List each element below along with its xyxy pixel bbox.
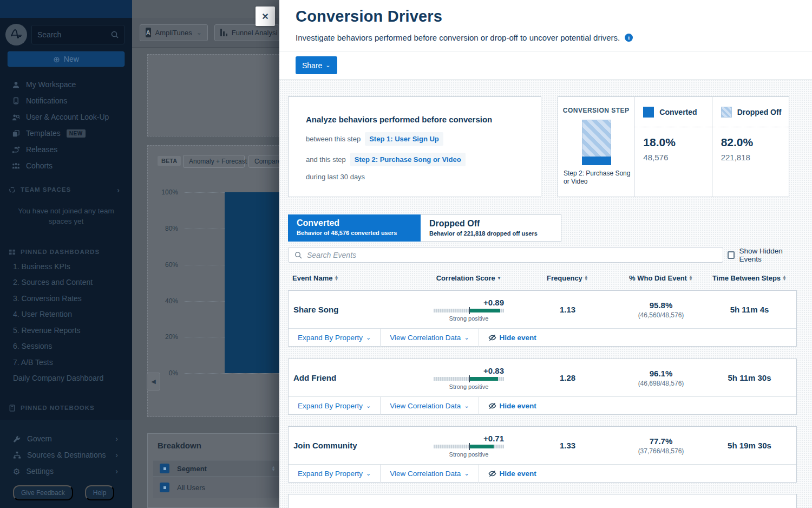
sidebar-item-settings[interactable]: ⚙ Settings ›: [0, 463, 132, 479]
give-feedback-button[interactable]: Give Feedback: [13, 485, 73, 500]
conversion-step-bar: [582, 120, 611, 165]
sidebar-item-sources-destinations[interactable]: Sources & Destinations ›: [0, 447, 132, 463]
sidebar-item-label: Cohorts: [26, 161, 53, 170]
breakdown-header-row: Segment ▴▾: [153, 460, 280, 477]
sort-icon: ▴▾: [585, 275, 587, 281]
amplitude-logo[interactable]: [5, 24, 27, 45]
dropped-swatch-icon: [721, 107, 732, 118]
search-events-placeholder: Search Events: [307, 251, 356, 259]
header-correlation-score[interactable]: Correlation Score▾: [422, 274, 514, 282]
tab-converted[interactable]: Converted Behavior of 48,576 converted u…: [288, 214, 421, 242]
hide-event-button[interactable]: Hide event: [479, 465, 546, 483]
team-spaces-header[interactable]: TEAM SPACES ›: [0, 183, 132, 196]
sidebar-item-sources-and-content[interactable]: 2. Sources and Content: [0, 275, 132, 291]
and-step-label: and this step: [306, 155, 346, 164]
breakdown-row-all-users[interactable]: All Users: [153, 477, 280, 498]
sidebar-item-user-retention[interactable]: 4. User Retention: [0, 307, 132, 323]
hide-event-button[interactable]: Hide event: [479, 397, 546, 415]
templates-icon: [12, 129, 20, 138]
converted-count: 48,576: [643, 153, 668, 162]
sidebar-item-cohorts[interactable]: Cohorts: [0, 158, 132, 174]
expand-by-property-button[interactable]: Expand By Property⌄: [289, 329, 380, 347]
view-correlation-data-button[interactable]: View Correlation Data⌄: [380, 397, 478, 415]
sidebar-item-govern[interactable]: Govern ›: [0, 431, 132, 447]
share-button-label: Share: [302, 61, 322, 70]
sidebar-item-daily-company-dashboard[interactable]: Daily Company Dashboard: [0, 370, 132, 387]
chevron-down-icon: ⌄: [464, 470, 469, 477]
sidebar-item-conversion-rates[interactable]: 3. Conversion Rates: [0, 290, 132, 307]
sidebar-item-user-account-lookup[interactable]: User & Account Look-Up: [0, 109, 132, 125]
checkbox-icon[interactable]: [728, 251, 735, 259]
pinned-dashboards-label: PINNED DASHBOARDS: [21, 249, 100, 255]
close-icon: ✕: [261, 11, 269, 22]
close-modal-button[interactable]: ✕: [256, 6, 275, 26]
sidebar-item-sessions[interactable]: 6. Sessions: [0, 338, 132, 355]
show-hidden-events-toggle[interactable]: Show Hidden Events: [728, 247, 803, 263]
sidebar-item-my-workspace[interactable]: My Workspace: [0, 76, 132, 93]
sidebar-item-ab-tests[interactable]: 7. A/B Tests: [0, 354, 132, 370]
pinned-dashboards-section: PINNED DASHBOARDS 1. Business KPIs 2. So…: [0, 245, 132, 386]
dropped-label: Dropped Off: [737, 108, 782, 116]
header-pct-who-did-event[interactable]: % Who Did Event▴▾: [620, 274, 701, 282]
header-frequency[interactable]: Frequency▴▾: [514, 274, 620, 282]
chart-type-chip[interactable]: Funnel Analysi: [214, 24, 279, 41]
sidebar-item-notifications[interactable]: Notifications: [0, 93, 132, 109]
expand-by-property-button[interactable]: Expand By Property⌄: [289, 465, 380, 483]
converted-stat-column: Converted 18.0% 48,576: [634, 97, 711, 197]
conversion-step-bar-label: Step 2: Purchase Song or Video: [564, 170, 632, 186]
beta-badge: BETA: [158, 156, 181, 166]
chevron-down-icon: ⌄: [366, 334, 371, 341]
sidebar-item-business-kpis[interactable]: 1. Business KPIs: [0, 258, 132, 275]
frequency-value: 1.28: [515, 373, 620, 382]
hide-event-button[interactable]: Hide event: [479, 329, 546, 347]
pct-fraction: (46,698/48,576): [620, 380, 702, 387]
view-correlation-data-button[interactable]: View Correlation Data⌄: [380, 465, 478, 483]
pct-fraction: (37,766/48,576): [620, 447, 702, 455]
search-icon: [294, 251, 302, 259]
info-icon[interactable]: i: [625, 34, 633, 42]
correlation-score-cell: +0.89 Strong positive: [434, 298, 504, 322]
during-label: during last 30 days: [306, 173, 365, 181]
converted-percentage: 18.0%: [643, 136, 676, 149]
chevron-right-icon[interactable]: ›: [117, 185, 120, 194]
step2-link[interactable]: Step 2: Purchase Song or Video: [350, 153, 466, 166]
conversion-step-header: CONVERSION STEP: [558, 107, 634, 114]
releases-icon: [12, 146, 20, 154]
expand-by-property-button[interactable]: Expand By Property⌄: [289, 397, 380, 415]
app-selector-chip[interactable]: A AmpliTunes ⌄: [140, 24, 208, 41]
frequency-value: 1.33: [515, 441, 620, 450]
pct-value: 95.8%: [620, 301, 702, 310]
share-button[interactable]: Share ⌄: [296, 56, 337, 74]
sidebar-item-releases[interactable]: Releases: [0, 141, 132, 158]
sidebar-item-revenue-reports[interactable]: 5. Revenue Reports: [0, 322, 132, 338]
sort-icon[interactable]: ▴▾: [272, 466, 274, 471]
sidebar-search-input[interactable]: Search: [31, 25, 125, 44]
header-event-name[interactable]: Event Name▴▾: [288, 274, 422, 282]
behavior-tabs: Converted Behavior of 48,576 converted u…: [288, 214, 561, 242]
new-button[interactable]: ⊕ New: [8, 51, 125, 67]
anomaly-forecast-button[interactable]: Anomaly + Forecast: [183, 155, 245, 168]
chevron-down-icon: ⌄: [464, 334, 469, 341]
pct-who-did-cell: 77.7% (37,766/48,576): [620, 437, 702, 455]
pct-value: 96.1%: [620, 369, 702, 378]
view-correlation-data-button[interactable]: View Correlation Data⌄: [380, 329, 478, 347]
help-button[interactable]: Help: [85, 485, 115, 500]
tab-subtitle: Behavior of 221,818 dropped off users: [429, 230, 561, 237]
sidebar-item-label: Releases: [26, 145, 57, 154]
collapse-panel-button[interactable]: ◀: [147, 373, 160, 390]
tab-dropped-off[interactable]: Dropped Off Behavior of 221,818 dropped …: [421, 214, 561, 242]
search-events-input[interactable]: Search Events: [288, 247, 723, 263]
pinned-notebooks-header[interactable]: PINNED NOTEBOOKS: [0, 401, 132, 414]
sidebar-item-templates[interactable]: Templates NEW: [0, 125, 132, 141]
step1-link[interactable]: Step 1: User Sign Up: [365, 132, 443, 146]
pct-fraction: (46,560/48,576): [620, 311, 702, 319]
user-search-icon: [12, 113, 20, 121]
sidebar-bottom-section: Govern › Sources & Destinations › ⚙ Sett…: [0, 420, 132, 508]
pinned-notebooks-label: PINNED NOTEBOOKS: [21, 405, 95, 411]
correlation-bar: [434, 445, 504, 448]
y-axis-tick: 0%: [148, 373, 280, 374]
header-time-between-steps[interactable]: Time Between Steps▴▾: [701, 274, 797, 282]
plus-circle-icon: ⊕: [53, 55, 60, 63]
breakdown-title: Breakdown: [158, 441, 201, 450]
pinned-dashboards-header[interactable]: PINNED DASHBOARDS: [0, 245, 132, 258]
